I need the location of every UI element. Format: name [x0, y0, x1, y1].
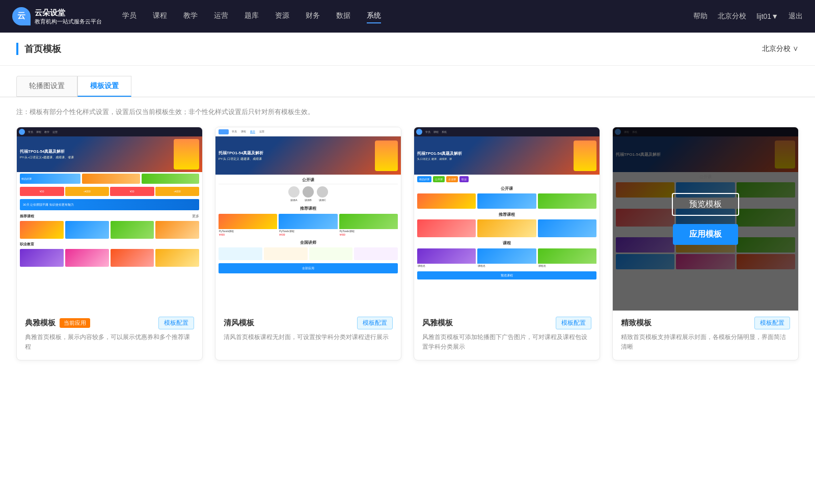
- template-footer-fengya: 风雅模板 模板配置 风雅首页模板可添加轮播图下广告图片，可对课程及课程包设置学科…: [414, 311, 600, 360]
- notice-text: 注：模板有部分个性化样式设置，设置后仅当前模板生效；非个性化样式设置后只针对所有…: [0, 97, 815, 127]
- template-overlay-jingzhi: 预览模板 应用模板: [613, 127, 798, 311]
- template-name-4: 精致模板: [621, 318, 651, 328]
- nav-user[interactable]: lijt01▼: [756, 12, 778, 20]
- btn-config-dianyan[interactable]: 模板配置: [158, 317, 194, 329]
- mock-promo: 30天 让你摆脱平庸 知识使你更有魅力: [20, 199, 199, 210]
- school-selector[interactable]: 北京分校 ∨: [762, 44, 799, 53]
- top-navigation: 云 云朵设堂 教育机构一站式服务云平台 学员 课程 教学 运营 题库 资源 财务…: [0, 0, 815, 33]
- brand-name: 云朵设堂: [35, 7, 102, 18]
- mock-cards-qingfeng: PyTorelx课程 ¥499 PyTorelx课程 ¥499 PyTorelx…: [215, 212, 401, 238]
- mock-hero: 托福TPO1-54真题及解析 PY-头+口语定义+建建课、成绩课、省课: [17, 136, 202, 172]
- nav-item-data[interactable]: 数据: [336, 9, 350, 23]
- template-name-row-2: 清风模板 模板配置: [224, 317, 393, 329]
- mock-nav2: 学员 课程 教学 运营: [215, 127, 401, 136]
- template-footer-qingfeng: 清风模板 模板配置 清风首页模板课程无封面，可设置按学科分类对课程进行展示: [215, 311, 401, 350]
- nav-item-finance[interactable]: 财务: [306, 9, 320, 23]
- brand-subtitle: 教育机构一站式服务云平台: [35, 18, 102, 25]
- template-desc-dianyan: 典雅首页模板，展示内容较多，可以展示优惠券和多个推荐课程: [25, 332, 194, 352]
- template-preview-qingfeng[interactable]: 学员 课程 教学 运营 托福TPO1-54真题及解析 PY-头 口语定义 建建课…: [215, 127, 401, 311]
- mock-logo: [19, 129, 25, 135]
- main-content: 首页模板 北京分校 ∨ 轮播图设置 模板设置 注：模板有部分个性化样式设置，设置…: [0, 33, 815, 504]
- tab-bar: 轮播图设置 模板设置: [0, 66, 815, 97]
- mock-nav: 学员 课程 教学 运营: [28, 130, 58, 133]
- template-card-fengya: 学员 课程 系统 托福TPO1-54真题及解析 头 口语定义 建课、成绩课、课: [414, 127, 600, 360]
- logo-text: 云朵设堂 教育机构一站式服务云平台: [35, 7, 102, 25]
- tab-template[interactable]: 模板设置: [77, 76, 131, 97]
- template-desc-fengya: 风雅首页模板可添加轮播图下广告图片，可对课程及课程包设置学科分类展示: [422, 332, 591, 352]
- btn-config-fengya[interactable]: 模板配置: [556, 317, 591, 329]
- template-preview-dianyan[interactable]: 学员 课程 教学 运营 托福TPO1-54真题及解析 PY-头+口语定义+建建课…: [17, 127, 202, 311]
- template-name: 典雅模板: [25, 318, 56, 328]
- mock-teachers: 讲师A 讲师B 讲师C: [215, 184, 401, 204]
- btn-apply-jingzhi[interactable]: 应用模板: [673, 224, 738, 245]
- nav-item-teaching[interactable]: 教学: [183, 9, 198, 23]
- logo: 云 云朵设堂 教育机构一站式服务云平台: [12, 7, 102, 25]
- mock-hero-img: [174, 139, 199, 170]
- nav-item-system[interactable]: 系统: [367, 9, 381, 23]
- nav-school[interactable]: 北京分校: [718, 12, 746, 21]
- btn-config-jingzhi[interactable]: 模板配置: [754, 317, 790, 329]
- mock-hero-left: 托福TPO1-54真题及解析 PY-头+口语定义+建建课、成绩课、省课: [20, 149, 170, 160]
- logo-icon: 云: [12, 7, 31, 25]
- template-preview-jingzhi[interactable]: 课程 系统 托福TPO1-54真题及解析 公开课: [613, 127, 798, 311]
- mock-nav3: 学员 课程 系统: [414, 127, 600, 136]
- mock-vouchers: ¥30 +¥200 ¥30 +¥200: [17, 185, 202, 198]
- page-header: 首页模板 北京分校 ∨: [0, 33, 815, 66]
- nav-item-resources[interactable]: 资源: [275, 9, 289, 23]
- template-card-qingfeng: 学员 课程 教学 运营 托福TPO1-54真题及解析 PY-头 口语定义 建建课…: [215, 127, 401, 360]
- nav-right: 帮助 北京分校 lijt01▼ 退出: [693, 12, 803, 21]
- template-footer-jingzhi: 精致模板 模板配置 精致首页模板支持课程展示封面，各模板分隔明显，界面简洁清晰: [613, 311, 798, 360]
- nav-item-students[interactable]: 学员: [122, 9, 137, 23]
- tag-current: 当前应用: [60, 318, 90, 328]
- template-desc-qingfeng: 清风首页模板课程无封面，可设置按学科分类对课程进行展示: [224, 332, 393, 342]
- template-desc-jingzhi: 精致首页模板支持课程展示封面，各模板分隔明显，界面简洁清晰: [621, 332, 790, 352]
- template-name-2: 清风模板: [224, 318, 254, 328]
- page-title: 首页模板: [16, 43, 61, 55]
- template-card-dianyan: 学员 课程 教学 运营 托福TPO1-54真题及解析 PY-头+口语定义+建建课…: [16, 127, 203, 360]
- templates-grid: 学员 课程 教学 运营 托福TPO1-54真题及解析 PY-头+口语定义+建建课…: [0, 127, 815, 381]
- template-footer-dianyan: 典雅模板 当前应用 模板配置 典雅首页模板，展示内容较多，可以展示优惠券和多个推…: [17, 311, 202, 360]
- mock-section-recommend: 推荐课程更多: [17, 212, 202, 220]
- nav-item-questions[interactable]: 题库: [244, 9, 259, 23]
- template-card-jingzhi: 课程 系统 托福TPO1-54真题及解析 公开课: [612, 127, 799, 360]
- mock-rec-cards: [17, 220, 202, 240]
- nav-item-operations[interactable]: 运营: [214, 9, 228, 23]
- mock-job-cards: [17, 248, 202, 268]
- mock-tags: 精品好课 公开课 企业课 职业: [414, 175, 600, 184]
- nav-item-courses[interactable]: 课程: [153, 9, 167, 23]
- template-name-3: 风雅模板: [422, 318, 453, 328]
- btn-preview-jingzhi[interactable]: 预览模板: [672, 193, 739, 216]
- nav-help[interactable]: 帮助: [693, 12, 708, 21]
- nav-menu: 学员 课程 教学 运营 题库 资源 财务 数据 系统: [122, 9, 693, 23]
- template-preview-fengya[interactable]: 学员 课程 系统 托福TPO1-54真题及解析 头 口语定义 建课、成绩课、课: [414, 127, 600, 311]
- btn-config-qingfeng[interactable]: 模板配置: [357, 317, 393, 329]
- nav-logout[interactable]: 退出: [789, 12, 803, 21]
- template-name-row: 典雅模板 当前应用 模板配置: [25, 317, 194, 329]
- tab-carousel[interactable]: 轮播图设置: [16, 76, 77, 97]
- template-name-row-4: 精致模板 模板配置: [621, 317, 790, 329]
- template-name-row-3: 风雅模板 模板配置: [422, 317, 591, 329]
